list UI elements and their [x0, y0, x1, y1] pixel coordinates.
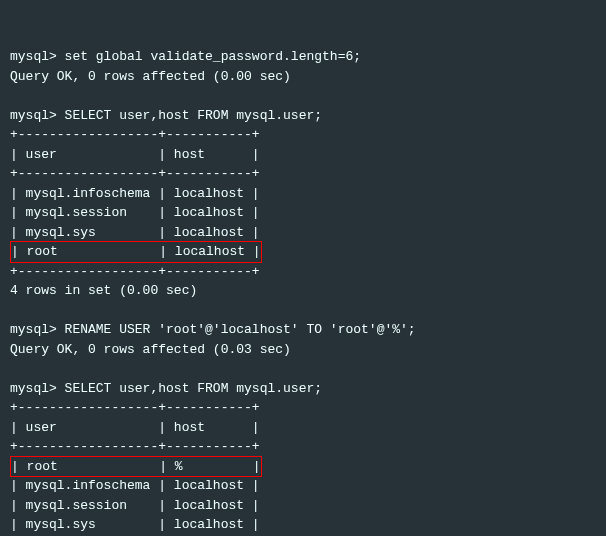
table-border: +------------------+-----------+: [10, 164, 596, 184]
table-row: | mysql.session | localhost |: [10, 203, 596, 223]
command-line: mysql> SELECT user,host FROM mysql.user;: [10, 379, 596, 399]
command-line: mysql> set global validate_password.leng…: [10, 47, 596, 67]
table-row: | mysql.sys | localhost |: [10, 223, 596, 243]
highlighted-row-root: | root | localhost |: [10, 241, 262, 263]
table-row: | mysql.infoschema | localhost |: [10, 476, 596, 496]
blank-line: [10, 86, 596, 106]
highlighted-row-root: | root | % |: [10, 456, 262, 478]
query-response: Query OK, 0 rows affected (0.00 sec): [10, 67, 596, 87]
table-border: +------------------+-----------+: [10, 125, 596, 145]
blank-line: [10, 301, 596, 321]
command-line: mysql> RENAME USER 'root'@'localhost' TO…: [10, 320, 596, 340]
table-row: | mysql.session | localhost |: [10, 496, 596, 516]
query-response: Query OK, 0 rows affected (0.03 sec): [10, 340, 596, 360]
table-border: +------------------+-----------+: [10, 398, 596, 418]
blank-line: [10, 359, 596, 379]
result-summary: 4 rows in set (0.00 sec): [10, 281, 596, 301]
terminal-output: mysql> set global validate_password.leng…: [10, 47, 596, 536]
command-line: mysql> SELECT user,host FROM mysql.user;: [10, 106, 596, 126]
table-row: | mysql.sys | localhost |: [10, 515, 596, 535]
table-border: +------------------+-----------+: [10, 262, 596, 282]
table-row: | mysql.infoschema | localhost |: [10, 184, 596, 204]
table-header: | user | host |: [10, 418, 596, 438]
table-header: | user | host |: [10, 145, 596, 165]
table-border: +------------------+-----------+: [10, 437, 596, 457]
